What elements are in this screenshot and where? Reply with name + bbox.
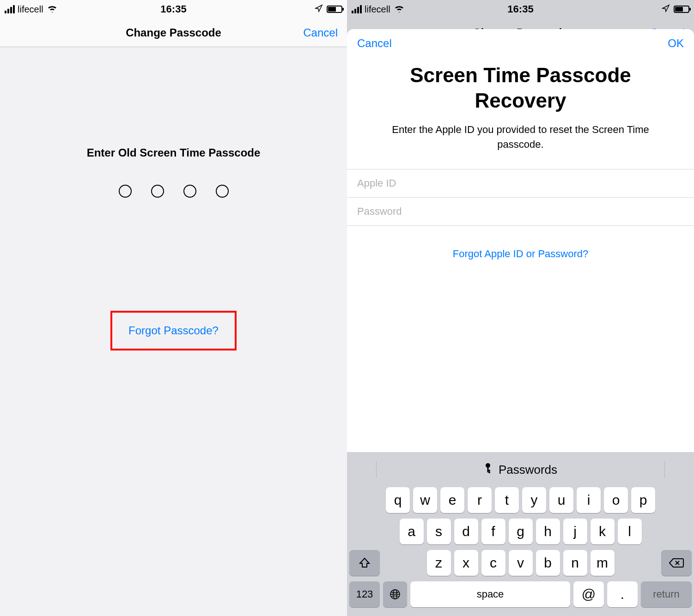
passcode-dots[interactable] [0,185,347,198]
key-q[interactable]: q [386,487,410,513]
key-m[interactable]: m [591,550,615,576]
key-l[interactable]: l [618,519,642,544]
screen-recovery: lifecell 16:35 Change Passcode Cancel Ca… [347,0,694,616]
signal-icon [352,5,362,13]
svg-point-2 [488,470,490,471]
key-y[interactable]: y [522,487,546,513]
status-bar: lifecell 16:35 [0,0,347,18]
signal-icon [5,5,15,13]
key-u[interactable]: u [549,487,573,513]
nav-bar: Change Passcode Cancel [0,18,347,47]
key-i[interactable]: i [577,487,601,513]
ok-button[interactable]: OK [668,37,684,50]
forgot-passcode-link[interactable]: Forgot Passcode? [128,324,219,337]
battery-icon [674,6,689,13]
key-w[interactable]: w [413,487,437,513]
passcode-body: Enter Old Screen Time Passcode Forgot Pa… [0,47,347,350]
keyboard-row: asdfghjkl [349,519,692,544]
status-bar: lifecell 16:35 [347,0,694,18]
svg-rect-1 [487,467,488,472]
cancel-button[interactable]: Cancel [303,26,338,39]
keyboard-row: zxcvbnm [349,550,692,576]
keyboard-row: 123 space @ . return [349,581,692,607]
key-t[interactable]: t [495,487,519,513]
apple-id-field-row[interactable] [347,169,694,198]
space-key[interactable]: space [410,581,570,607]
globe-key[interactable] [383,581,407,607]
key-n[interactable]: n [563,550,587,576]
key-f[interactable]: f [481,519,505,544]
nav-title: Change Passcode [126,26,221,39]
location-icon [662,4,670,15]
cancel-button[interactable]: Cancel [357,37,392,50]
password-field[interactable] [357,205,684,217]
wifi-icon [394,4,404,15]
key-o[interactable]: o [604,487,628,513]
keyboard-row: qwertyuiop [349,487,692,513]
return-key[interactable]: return [641,581,692,607]
passcode-dot [119,185,132,198]
passcode-dot [183,185,196,198]
keyboard-suggestion-label: Passwords [499,463,557,477]
passcode-prompt: Enter Old Screen Time Passcode [0,146,347,159]
key-a[interactable]: a [400,519,424,544]
screen-change-passcode: lifecell 16:35 Change Passcode Cancel En… [0,0,347,616]
recovery-sheet: Cancel OK Screen Time Passcode Recovery … [347,29,694,616]
forgot-apple-id-link[interactable]: Forgot Apple ID or Password? [347,226,694,282]
key-icon [484,463,492,477]
status-time: 16:35 [507,3,533,15]
at-key[interactable]: @ [573,581,604,607]
key-d[interactable]: d [454,519,478,544]
sheet-description: Enter the Apple ID you provided to reset… [347,122,694,169]
shift-key[interactable] [349,550,380,576]
key-p[interactable]: p [631,487,655,513]
key-c[interactable]: c [481,550,505,576]
numbers-key[interactable]: 123 [349,581,380,607]
key-e[interactable]: e [440,487,464,513]
key-j[interactable]: j [563,519,587,544]
dot-key[interactable]: . [607,581,638,607]
key-g[interactable]: g [509,519,533,544]
location-icon [315,4,323,15]
sheet-nav: Cancel OK [347,29,694,58]
highlight-box: Forgot Passcode? [110,311,237,350]
keyboard: Passwords qwertyuiop asdfghjkl zxcvbnm 1… [347,452,694,616]
key-x[interactable]: x [454,550,478,576]
key-k[interactable]: k [591,519,615,544]
carrier-label: lifecell [18,4,43,15]
key-z[interactable]: z [427,550,451,576]
wifi-icon [47,4,57,15]
apple-id-field[interactable] [357,177,684,189]
key-v[interactable]: v [509,550,533,576]
key-r[interactable]: r [468,487,492,513]
sheet-title: Screen Time Passcode Recovery [347,58,694,122]
key-s[interactable]: s [427,519,451,544]
backspace-key[interactable] [661,550,692,576]
passcode-dot [216,185,229,198]
svg-point-3 [488,471,490,473]
battery-icon [327,6,342,13]
key-h[interactable]: h [536,519,560,544]
password-field-row[interactable] [347,197,694,226]
carrier-label: lifecell [365,4,390,15]
status-time: 16:35 [160,3,186,15]
key-b[interactable]: b [536,550,560,576]
keyboard-suggestion-bar[interactable]: Passwords [349,457,692,483]
passcode-dot [151,185,164,198]
